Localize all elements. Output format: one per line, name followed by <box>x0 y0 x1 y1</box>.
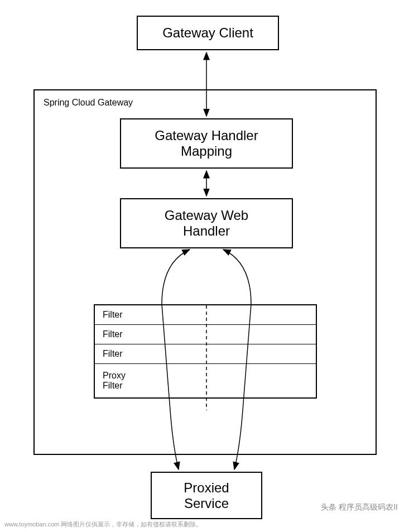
filter-table: Filter Filter Filter Proxy Filter <box>94 304 317 399</box>
gateway-client-box: Gateway Client <box>137 16 279 50</box>
handler-mapping-line1: Gateway Handler <box>155 128 258 143</box>
gateway-web-handler-box: Gateway Web Handler <box>120 198 293 248</box>
filter-row-2: Filter <box>95 325 316 344</box>
watermark-right: 头条 程序员高级码农II <box>321 502 398 512</box>
container-label: Spring Cloud Gateway <box>44 98 133 108</box>
watermark-bottom: www.toymoban.com 网络图片仅供展示，非存储，如有侵权请联系删除。 <box>4 520 202 529</box>
gateway-handler-mapping-box: Gateway Handler Mapping <box>120 118 293 169</box>
proxied-line2: Service <box>184 496 229 511</box>
web-handler-line2: Handler <box>183 223 230 239</box>
gateway-client-label: Gateway Client <box>162 25 253 41</box>
filter-row-1: Filter <box>95 305 316 325</box>
proxied-line1: Proxied <box>184 480 229 496</box>
filter-row-3: Filter <box>95 344 316 364</box>
filter-row-proxy: Proxy Filter <box>95 364 316 397</box>
web-handler-line1: Gateway Web <box>165 208 248 223</box>
proxy-line2: Filter <box>103 381 308 391</box>
proxied-service-box: Proxied Service <box>151 472 262 519</box>
proxy-line1: Proxy <box>103 371 308 381</box>
diagram-container: Gateway Client Spring Cloud Gateway Gate… <box>0 0 409 532</box>
handler-mapping-line2: Mapping <box>181 143 232 159</box>
